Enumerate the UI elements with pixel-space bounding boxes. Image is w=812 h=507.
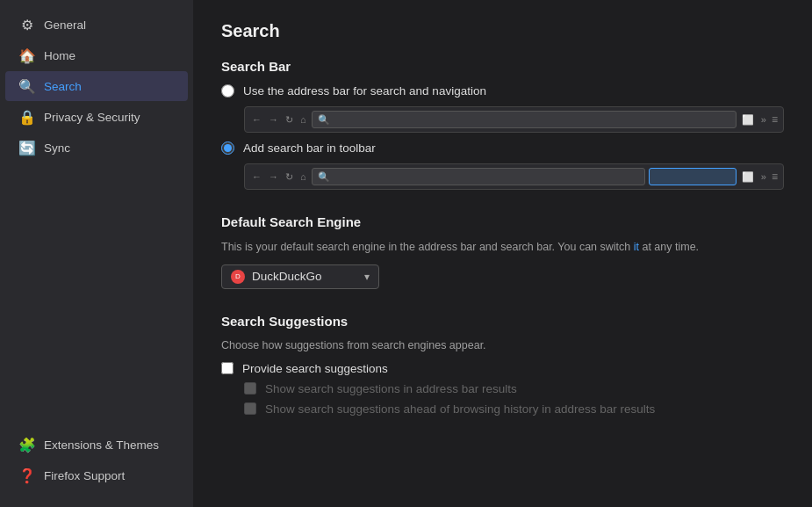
sidebar-item-privacy-security[interactable]: 🔒 Privacy & Security — [5, 102, 188, 132]
search-suggestions-section: Search Suggestions Choose how suggestion… — [221, 314, 784, 416]
menu-btn-2: ≡ — [772, 170, 778, 183]
back-btn-icon-2: ← — [250, 171, 263, 182]
provide-suggestions-label: Provide search suggestions — [242, 362, 388, 375]
sidebar-item-label-home: Home — [44, 49, 75, 62]
sidebar-item-label-general: General — [44, 18, 86, 32]
toolbar-search-box — [649, 168, 737, 185]
sidebar-item-home[interactable]: 🏠 Home — [5, 40, 188, 70]
sidebar-item-firefox-support[interactable]: ❓ Firefox Support — [5, 460, 188, 490]
sidebar-item-label-extensions-themes: Extensions & Themes — [44, 438, 159, 452]
sidebar-item-label-privacy-security: Privacy & Security — [44, 111, 140, 124]
general-icon: ⚙ — [19, 17, 35, 33]
provide-suggestions-checkbox[interactable] — [221, 362, 234, 374]
forward-btn-icon-2: → — [267, 171, 280, 182]
suggestions-title: Search Suggestions — [221, 314, 784, 329]
browser-bar-mockup-2: ← → ↻ ⌂ 🔍 ⬜ » ≡ — [244, 163, 784, 190]
engine-desc-text2: at any time. — [639, 241, 699, 253]
url-search-icon: 🔍 — [318, 114, 330, 126]
more-tabs-btn: » — [759, 114, 768, 125]
home-btn-icon-2: ⌂ — [298, 171, 308, 182]
sidebar: ⚙ General 🏠 Home 🔍 Search 🔒 Privacy & Se… — [0, 0, 193, 507]
search-bar-section: Search Bar Use the address bar for searc… — [221, 59, 784, 190]
show-in-address-bar-label: Show search suggestions in address bar r… — [265, 382, 517, 395]
reload-btn-icon: ↻ — [284, 114, 295, 126]
default-engine-title: Default Search Engine — [221, 214, 784, 229]
url-search-icon-2: 🔍 — [318, 171, 330, 183]
option-address-bar-label: Use the address bar for search and navig… — [243, 84, 486, 98]
engine-chevron-icon: ▾ — [364, 271, 370, 283]
duckduckgo-icon: D — [231, 270, 245, 284]
show-in-address-bar-checkbox[interactable] — [244, 382, 256, 395]
show-ahead-of-history-checkbox[interactable] — [244, 402, 256, 415]
browser-bar-mockup-1: ← → ↻ ⌂ 🔍 ⬜ » ≡ — [244, 106, 784, 133]
page-title: Search — [221, 21, 784, 41]
engine-desc-text1: This is your default search engine in th… — [221, 241, 634, 253]
reload-btn-icon-2: ↻ — [284, 171, 295, 183]
engine-dropdown[interactable]: D DuckDuckGo ▾ — [221, 264, 379, 289]
suggestions-description: Choose how suggestions from search engin… — [221, 339, 784, 351]
sidebar-item-label-firefox-support: Firefox Support — [44, 469, 125, 482]
new-tab-btn: ⬜ — [740, 114, 756, 126]
privacy-security-icon: 🔒 — [19, 109, 35, 125]
default-engine-section: Default Search Engine This is your defau… — [221, 214, 784, 289]
new-tab-btn-2: ⬜ — [740, 171, 756, 183]
radio-address-bar[interactable] — [221, 84, 234, 98]
option-toolbar-search-label: Add search bar in toolbar — [243, 141, 376, 155]
radio-toolbar-search[interactable] — [221, 141, 234, 155]
sidebar-item-extensions-themes[interactable]: 🧩 Extensions & Themes — [5, 430, 188, 460]
extensions-themes-icon: 🧩 — [19, 437, 35, 453]
sidebar-item-sync[interactable]: 🔄 Sync — [5, 133, 188, 163]
sidebar-item-general[interactable]: ⚙ General — [5, 10, 188, 40]
option-toolbar-search[interactable]: Add search bar in toolbar — [221, 141, 784, 155]
home-icon: 🏠 — [19, 47, 35, 63]
menu-btn: ≡ — [772, 113, 778, 126]
engine-name: DuckDuckGo — [252, 270, 357, 283]
sidebar-item-label-search: Search — [44, 80, 82, 93]
engine-description: This is your default search engine in th… — [221, 240, 784, 256]
sidebar-item-label-sync: Sync — [44, 141, 70, 155]
show-in-address-bar-option[interactable]: Show search suggestions in address bar r… — [244, 382, 784, 395]
show-ahead-of-history-label: Show search suggestions ahead of browsin… — [265, 402, 655, 416]
url-bar-2: 🔍 — [312, 168, 645, 185]
url-bar-1: 🔍 — [312, 111, 737, 128]
back-btn-icon: ← — [250, 114, 263, 125]
more-tabs-btn-2: » — [759, 171, 768, 182]
show-ahead-of-history-option[interactable]: Show search suggestions ahead of browsin… — [244, 402, 784, 416]
sync-icon: 🔄 — [19, 140, 35, 156]
search-bar-title: Search Bar — [221, 59, 784, 74]
firefox-support-icon: ❓ — [19, 467, 35, 483]
forward-btn-icon: → — [267, 114, 280, 125]
option-address-bar[interactable]: Use the address bar for search and navig… — [221, 84, 784, 98]
provide-suggestions-option[interactable]: Provide search suggestions — [221, 362, 784, 375]
search-icon: 🔍 — [19, 78, 35, 94]
home-btn-icon: ⌂ — [298, 114, 308, 125]
sidebar-item-search[interactable]: 🔍 Search — [5, 71, 188, 101]
main-content: Search Search Bar Use the address bar fo… — [193, 0, 812, 507]
